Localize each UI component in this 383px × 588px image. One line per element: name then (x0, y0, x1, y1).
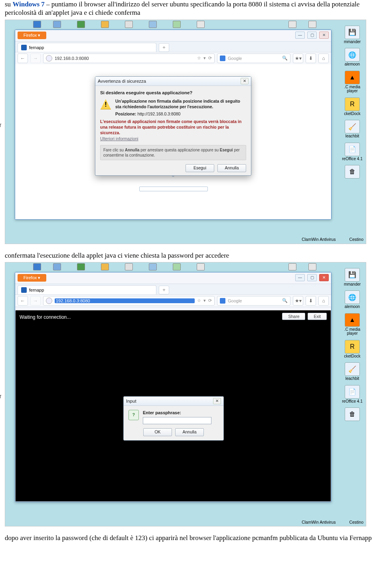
windows7-label: Windows 7 (12, 0, 44, 8)
paragraph-1: su Windows 7 – puntiamo il browser all'i… (5, 0, 378, 17)
new-tab-button[interactable]: + (159, 286, 169, 294)
url-bar[interactable]: 192.168.0.3:8080 ☆▾⟳ (43, 54, 215, 63)
trash-icon: 🗑 (345, 407, 360, 421)
cancel-button[interactable]: Annulla (217, 164, 246, 172)
browser-tab[interactable]: fernapp (18, 285, 156, 294)
cestino-label: Cestino (349, 237, 363, 242)
ok-button[interactable]: OK (143, 428, 172, 436)
security-warning: L'esecuzione di applicazioni non firmate… (100, 119, 246, 135)
position-label: Posizione: (115, 111, 136, 116)
tab-row: fernapp + (15, 284, 331, 295)
browser-tab[interactable]: fernapp (18, 43, 156, 52)
desktop-label: reOffice 4.1 (342, 157, 363, 161)
tab-title: fernapp (29, 45, 44, 50)
task-icon (149, 263, 157, 270)
task-icon (33, 21, 41, 28)
more-info-link[interactable]: Ulteriori informazioni (100, 136, 246, 142)
libreoffice-icon: 📄 (345, 385, 360, 399)
dialog-titlebar: Avvertenza di sicurezza ✕ (95, 77, 251, 86)
desktop-icon-column: 💾mmander 🌐alemoon ▲.C media player Rcket… (339, 268, 366, 421)
exit-button[interactable]: Exit (308, 313, 327, 320)
task-icon (173, 263, 181, 270)
progress-bar (139, 187, 208, 191)
taskbar-strip (5, 20, 366, 29)
dialog-titlebar: Input ✕ (124, 397, 223, 406)
dialog-title: Input (126, 399, 136, 403)
firefox-window: Firefox ▾ — ▢ ✕ fernapp + ← → 192.168.0.… (15, 272, 332, 502)
firefox-menu-button[interactable]: Firefox ▾ (18, 274, 46, 282)
window-controls: — ▢ ✕ (295, 32, 329, 39)
paragraph-3: dopo aver inserito la password (che di d… (5, 534, 378, 542)
search-icon[interactable]: 🔍 (282, 56, 288, 61)
task-icon (308, 263, 316, 270)
hint-box: Fare clic su Annulla per arrestare quest… (100, 145, 246, 160)
password-dialog: Input ✕ ? Enter passphrase: OK Annulla (123, 396, 224, 441)
home-button[interactable]: ⌂ (318, 54, 329, 63)
nav-toolbar: ← → 192.168.0.3:8080 ☆▾⟳ Google 🔍 ★▾ ⬇ ⌂ (15, 295, 331, 307)
task-icon (101, 263, 109, 270)
search-icon[interactable]: 🔍 (282, 298, 288, 303)
tab-title: fernapp (29, 288, 44, 292)
reload-icon[interactable]: ⟳ (208, 298, 212, 303)
run-button[interactable]: Esegui (186, 164, 214, 172)
downloads-button[interactable]: ⬇ (306, 296, 316, 306)
bottom-labels: ClamWin Antivirus Cestino (302, 237, 363, 242)
new-tab-button[interactable]: + (159, 43, 169, 52)
back-button[interactable]: ← (18, 296, 28, 306)
task-icon (197, 263, 205, 270)
forward-button[interactable]: → (30, 296, 41, 306)
bookmarks-button[interactable]: ★▾ (293, 296, 303, 306)
tab-row: fernapp + (15, 42, 331, 52)
desktop-label: mmander (344, 40, 361, 44)
bleachbit-icon: 🧹 (345, 120, 360, 133)
screenshot-java-warning: 💾mmander 🌐alemoon ▲.C media player Rcket… (5, 20, 366, 244)
task-icon (197, 21, 205, 28)
minimize-button[interactable]: — (295, 32, 305, 39)
vlc-icon: ▲ (345, 313, 360, 327)
downloads-button[interactable]: ⬇ (306, 54, 316, 63)
share-button[interactable]: Share (282, 313, 305, 320)
maximize-button[interactable]: ▢ (307, 274, 317, 281)
dialog-close-button[interactable]: ✕ (241, 78, 249, 84)
globe-icon (46, 298, 52, 304)
page-content: Waiting for connection... Share Exit Inp… (15, 310, 331, 502)
desktop-label: .C media player (339, 85, 366, 93)
clamwin-label: ClamWin Antivirus (302, 237, 336, 242)
floppy-icon: 💾 (345, 26, 360, 39)
url-bar[interactable]: 192.168.0.3:8080 ☆▾⟳ (43, 296, 215, 306)
position-value: http://192.168.0.3:8080 (137, 111, 180, 116)
desktop-label: cketDock (344, 354, 360, 359)
firefox-menu-button[interactable]: Firefox ▾ (18, 32, 46, 39)
search-box[interactable]: Google 🔍 (217, 54, 290, 63)
desktop-label: alemoon (345, 305, 360, 309)
firefox-window: Firefox ▾ — ▢ ✕ fernapp + ← → 192.168.0.… (15, 30, 332, 220)
task-icon (53, 263, 61, 270)
close-button[interactable]: ✕ (319, 32, 329, 39)
task-icon (101, 21, 109, 28)
back-button[interactable]: ← (18, 54, 28, 63)
minimize-button[interactable]: — (295, 274, 305, 281)
clipped-text: T (0, 394, 2, 399)
search-box[interactable]: Google 🔍 (217, 296, 290, 306)
dialog-close-button[interactable]: ✕ (213, 398, 221, 404)
google-icon (220, 56, 225, 61)
forward-button[interactable]: → (30, 54, 41, 63)
star-icon[interactable]: ☆ (197, 298, 201, 303)
reload-icon[interactable]: ⟳ (208, 56, 212, 61)
libreoffice-icon: 📄 (345, 143, 360, 156)
cancel-button[interactable]: Annulla (175, 428, 204, 436)
screenshot-password-prompt: 💾mmander 🌐alemoon ▲.C media player Rcket… (5, 262, 366, 526)
dialog-text: Un'applicazione non firmata dalla posizi… (115, 99, 246, 109)
task-icon (53, 21, 61, 28)
star-icon[interactable]: ☆ (197, 56, 201, 61)
favicon-icon (21, 287, 27, 293)
desktop-label: reOffice 4.1 (342, 399, 363, 404)
home-button[interactable]: ⌂ (318, 296, 329, 306)
passphrase-input[interactable] (143, 417, 211, 424)
paragraph-2: confermata l'esecuzione della applet jav… (5, 251, 378, 260)
window-controls: — ▢ ✕ (295, 274, 329, 281)
close-button[interactable]: ✕ (319, 274, 329, 281)
bookmarks-button[interactable]: ★▾ (293, 54, 303, 63)
desktop-label: .C media player (339, 328, 366, 336)
maximize-button[interactable]: ▢ (307, 32, 317, 39)
